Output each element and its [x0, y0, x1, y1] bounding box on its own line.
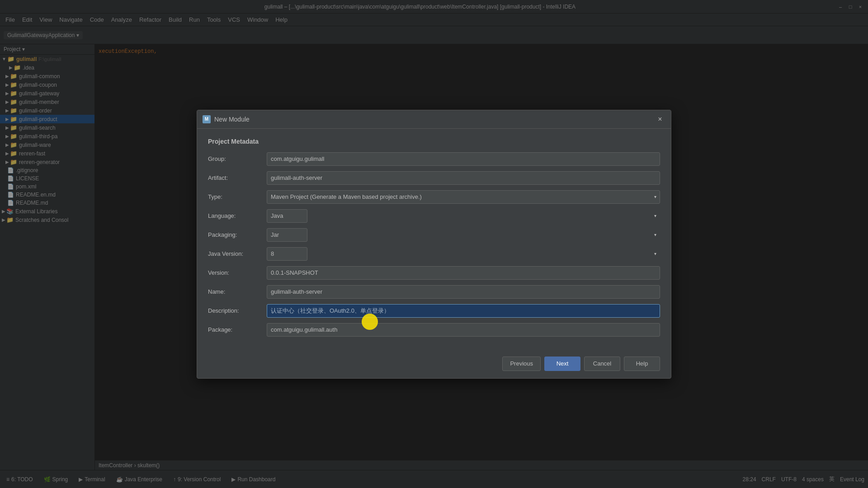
dialog-title: New Module [214, 116, 655, 123]
type-select[interactable]: Maven Project (Generate a Maven based pr… [267, 190, 660, 204]
java-version-select-wrapper: 8 11 17 ▾ [267, 247, 660, 261]
dialog-icon: M [203, 115, 211, 123]
package-row: Package: [208, 323, 660, 337]
new-module-dialog: M New Module × Project Metadata Group: A… [197, 110, 671, 379]
language-select[interactable]: Java Kotlin Groovy [267, 209, 307, 223]
package-label: Package: [208, 326, 267, 333]
language-label: Language: [208, 212, 267, 219]
group-input[interactable] [267, 152, 660, 166]
artifact-label: Artifact: [208, 174, 267, 181]
java-version-select[interactable]: 8 11 17 [267, 247, 307, 261]
cancel-button[interactable]: Cancel [584, 357, 620, 371]
dialog-icon-text: M [205, 117, 208, 122]
dialog-titlebar: M New Module × [197, 110, 671, 129]
dialog-footer: Previous Next Cancel Help [197, 351, 671, 378]
java-version-label: Java Version: [208, 250, 267, 257]
package-input[interactable] [267, 323, 660, 337]
java-version-row: Java Version: 8 11 17 ▾ [208, 247, 660, 261]
language-row: Language: Java Kotlin Groovy ▾ [208, 209, 660, 223]
type-row: Type: Maven Project (Generate a Maven ba… [208, 190, 660, 204]
artifact-input[interactable] [267, 171, 660, 185]
description-input[interactable] [267, 304, 660, 318]
java-version-select-arrow: ▾ [654, 251, 656, 256]
group-row: Group: [208, 152, 660, 166]
dialog-close-button[interactable]: × [655, 114, 665, 125]
description-row: Description: [208, 304, 660, 318]
group-label: Group: [208, 155, 267, 162]
name-input[interactable] [267, 285, 660, 299]
version-input[interactable] [267, 266, 660, 280]
dialog-overlay: M New Module × Project Metadata Group: A… [0, 0, 868, 488]
next-button[interactable]: Next [544, 357, 580, 371]
type-label: Type: [208, 193, 267, 200]
version-label: Version: [208, 269, 267, 276]
type-select-wrapper: Maven Project (Generate a Maven based pr… [267, 190, 660, 204]
packaging-select[interactable]: Jar War [267, 228, 307, 242]
version-row: Version: [208, 266, 660, 280]
help-button[interactable]: Help [624, 357, 660, 371]
section-title: Project Metadata [208, 138, 660, 145]
name-label: Name: [208, 288, 267, 295]
dialog-body: Project Metadata Group: Artifact: Type: … [197, 129, 671, 351]
packaging-select-arrow: ▾ [654, 232, 656, 237]
packaging-row: Packaging: Jar War ▾ [208, 228, 660, 242]
previous-button[interactable]: Previous [502, 357, 541, 371]
language-select-arrow: ▾ [654, 213, 656, 218]
description-label: Description: [208, 307, 267, 314]
artifact-row: Artifact: [208, 171, 660, 185]
packaging-select-wrapper: Jar War ▾ [267, 228, 660, 242]
name-row: Name: [208, 285, 660, 299]
packaging-label: Packaging: [208, 231, 267, 238]
language-select-wrapper: Java Kotlin Groovy ▾ [267, 209, 660, 223]
